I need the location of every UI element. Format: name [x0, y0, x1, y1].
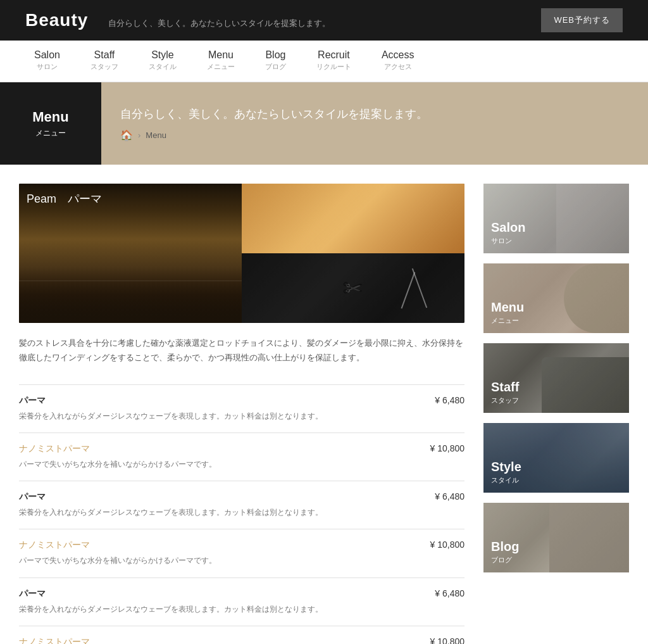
card-label-jp: ブログ	[491, 555, 519, 565]
menu-item-header: パーマ ¥ 6,480	[19, 491, 464, 503]
header-tagline: 自分らしく、美しく。あなたらしいスタイルを提案します。	[108, 18, 330, 29]
main-content: Peam パーマ ✂	[19, 184, 464, 644]
card-label-en: Menu	[491, 300, 524, 315]
image-col-hair: ✂	[242, 184, 464, 323]
menu-item: パーマ ¥ 6,480 栄養分を入れながらダメージレスなウェーブを表現します。カ…	[19, 481, 464, 529]
menu-item-name: パーマ	[19, 588, 46, 600]
menu-item-header: ナノミストパーマ ¥ 10,800	[19, 540, 464, 551]
main-nav: SalonサロンStaffスタッフStyleスタイルMenuメニューBlogブロ…	[0, 41, 648, 82]
nav-item-salon[interactable]: Salonサロン	[19, 41, 75, 82]
menu-item-price: ¥ 10,800	[430, 636, 465, 644]
menu-item-name: ナノミストパーマ	[19, 443, 90, 455]
breadcrumb: 🏠 › Menu	[120, 129, 428, 141]
hair-color-image	[242, 184, 464, 253]
sidebar: Salon サロン Menu メニュー Staff スタッフ Style スタイ…	[483, 184, 629, 644]
menu-item-header: パーマ ¥ 6,480	[19, 588, 464, 600]
menu-item: パーマ ¥ 6,480 栄養分を入れながらダメージレスなウェーブを表現します。カ…	[19, 578, 464, 626]
card-label: Blog ブログ	[491, 540, 519, 565]
breadcrumb-separator: ›	[138, 130, 140, 140]
menu-item-desc: パーマで失いがちな水分を補いながらかけるパーマです。	[19, 458, 464, 470]
sidebar-card-style[interactable]: Style スタイル	[483, 423, 629, 493]
sidebar-card-menu[interactable]: Menu メニュー	[483, 263, 629, 333]
menu-item-desc: 栄養分を入れながらダメージレスなウェーブを表現します。カット料金は別となります。	[19, 603, 464, 616]
sidebar-card-blog[interactable]: Blog ブログ	[483, 503, 629, 572]
menu-item-desc: 栄養分を入れながらダメージレスなウェーブを表現します。カット料金は別となります。	[19, 507, 464, 519]
menu-item-desc: パーマで失いがちな水分を補いながらかけるパーマです。	[19, 555, 464, 567]
card-label-jp: スタッフ	[491, 396, 519, 405]
card-label: Salon サロン	[491, 220, 525, 246]
nav-item-recruit[interactable]: Recruitリクルート	[301, 41, 366, 82]
menu-item-price: ¥ 6,480	[435, 395, 464, 405]
card-label-jp: メニュー	[491, 316, 524, 325]
nav-item-access[interactable]: Accessアクセス	[366, 41, 430, 82]
menu-item: ナノミストパーマ ¥ 10,800 パーマで失いがちな水分を補いながらかけるパー…	[19, 433, 464, 481]
scissors-image: ✂	[242, 253, 464, 323]
menu-item-price: ¥ 6,480	[435, 491, 464, 502]
nav-item-staff[interactable]: Staffスタッフ	[75, 41, 134, 82]
menu-items-list: パーマ ¥ 6,480 栄養分を入れながらダメージレスなウェーブを表現します。カ…	[19, 384, 464, 644]
sidebar-card-staff[interactable]: Staff スタッフ	[483, 343, 629, 413]
card-label-en: Blog	[491, 540, 519, 554]
menu-item-price: ¥ 10,800	[430, 540, 465, 550]
menu-item: ナノミストパーマ ¥ 10,800 パーマで失いがちな水分を補いながらかけるパー…	[19, 626, 464, 644]
breadcrumb-current: Menu	[146, 130, 166, 140]
hero-title-jp: メニュー	[35, 128, 66, 139]
nav-item-blog[interactable]: Blogブログ	[250, 41, 301, 82]
menu-item: パーマ ¥ 6,480 栄養分を入れながらダメージレスなウェーブを表現します。カ…	[19, 385, 464, 433]
hero-title-box: Menu メニュー	[0, 82, 101, 165]
card-label-jp: スタイル	[491, 476, 521, 485]
menu-item-name: パーマ	[19, 491, 46, 503]
content-area: Peam パーマ ✂	[0, 165, 648, 644]
menu-item-header: ナノミストパーマ ¥ 10,800	[19, 443, 464, 455]
site-logo: Beauty	[25, 10, 88, 30]
hero-title-en: Menu	[32, 109, 68, 125]
menu-item-header: パーマ ¥ 6,480	[19, 395, 464, 407]
menu-item-name: パーマ	[19, 395, 46, 407]
menu-item-name: ナノミストパーマ	[19, 540, 90, 551]
menu-hero-images: Peam パーマ ✂	[19, 184, 464, 323]
reservation-button[interactable]: WEB予約する	[541, 8, 623, 32]
menu-item-name: ナノミストパーマ	[19, 636, 90, 644]
menu-item-price: ¥ 6,480	[435, 588, 464, 598]
sidebar-card-salon[interactable]: Salon サロン	[483, 184, 629, 253]
card-label-en: Style	[491, 460, 521, 474]
card-label-en: Salon	[491, 220, 525, 235]
breadcrumb-home-icon[interactable]: 🏠	[120, 129, 133, 141]
card-label: Style スタイル	[491, 460, 521, 485]
card-label: Menu メニュー	[491, 300, 524, 325]
nav-item-style[interactable]: Styleスタイル	[134, 41, 192, 82]
hero-text-area: 自分らしく、美しく。あなたらしいスタイルを提案します。 🏠 › Menu	[101, 94, 447, 154]
hero-tagline: 自分らしく、美しく。あなたらしいスタイルを提案します。	[120, 106, 428, 122]
menu-item-header: ナノミストパーマ ¥ 10,800	[19, 636, 464, 644]
menu-image-label: Peam パーマ	[27, 191, 102, 206]
hero-banner: Menu メニュー 自分らしく、美しく。あなたらしいスタイルを提案します。 🏠 …	[0, 82, 648, 165]
site-header: Beauty 自分らしく、美しく。あなたらしいスタイルを提案します。 WEB予約…	[0, 0, 648, 41]
menu-item-price: ¥ 10,800	[430, 443, 465, 453]
card-label: Staff スタッフ	[491, 380, 519, 405]
card-label-jp: サロン	[491, 236, 525, 246]
card-label-en: Staff	[491, 380, 519, 395]
menu-item-desc: 栄養分を入れながらダメージレスなウェーブを表現します。カット料金は別となります。	[19, 410, 464, 422]
menu-item: ナノミストパーマ ¥ 10,800 パーマで失いがちな水分を補いながらかけるパー…	[19, 529, 464, 578]
menu-description: 髪のストレス具合を十分に考慮した確かな薬液選定とロッドチョイスにより、髪のダメー…	[19, 336, 464, 365]
nav-item-menu[interactable]: Menuメニュー	[192, 41, 250, 82]
